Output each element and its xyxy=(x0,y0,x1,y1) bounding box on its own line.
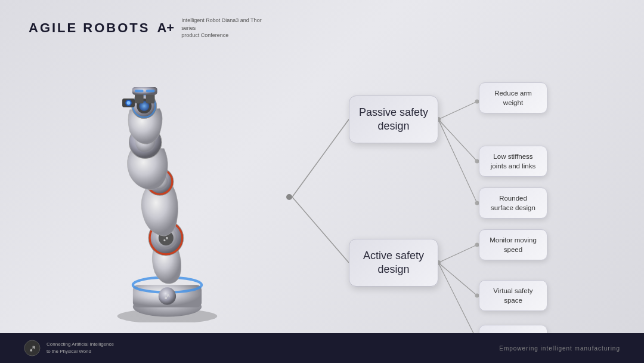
monitor-moving-label: Monitor moving speed xyxy=(490,235,537,254)
svg-line-5 xyxy=(438,101,477,119)
passive-safety-box: Passive safety design xyxy=(349,96,438,143)
svg-line-7 xyxy=(438,119,477,203)
connector-lines xyxy=(256,42,626,352)
svg-line-9 xyxy=(438,245,477,263)
reduce-arm-label: Reduce arm weight xyxy=(494,88,532,107)
header: AGILE ROBOTS A+ Intelligent Robot Diana3… xyxy=(29,17,265,39)
footer-left: ₐᴿ Connecting Artificial Intelligence to… xyxy=(24,340,114,356)
monitor-moving-box: Monitor moving speed xyxy=(479,229,547,260)
brand-subtitle: Intelligent Robot Diana3 and Thor series… xyxy=(181,17,265,39)
svg-text:ₐᴿ: ₐᴿ xyxy=(165,294,170,300)
svg-line-3 xyxy=(292,119,349,197)
virtual-safety-label: Virtual safety space xyxy=(493,286,532,305)
footer-logo-icon: ₐᴿ xyxy=(24,340,41,356)
brand-title: AGILE ROBOTS xyxy=(29,20,150,36)
footer-right-text: Empowering intelligent manufacturing xyxy=(499,345,620,352)
low-stiffness-label: Low stiffness joints and links xyxy=(491,152,535,171)
passive-safety-label: Passive safety design xyxy=(359,106,428,134)
svg-line-10 xyxy=(438,263,477,296)
reduce-arm-box: Reduce arm weight xyxy=(479,82,547,113)
svg-text:ₐᴿ: ₐᴿ xyxy=(163,236,169,242)
active-safety-box: Active safety design xyxy=(349,239,438,287)
footer-connecting-text: Connecting Artificial Intelligence to th… xyxy=(47,341,114,355)
svg-line-11 xyxy=(438,263,477,340)
svg-line-4 xyxy=(292,197,349,263)
robot-gripper-light2 xyxy=(146,90,155,92)
svg-text:ₐᴿ: ₐᴿ xyxy=(30,345,36,352)
robot-gripper-light1 xyxy=(135,90,144,92)
rounded-surface-label: Rounded surface design xyxy=(491,193,535,213)
virtual-safety-box: Virtual safety space xyxy=(479,280,547,311)
brand-aplus: A+ xyxy=(157,20,174,36)
active-safety-label: Active safety design xyxy=(363,249,424,277)
robot-svg: ₐᴿ ₐᴿ xyxy=(60,60,262,322)
footer: ₐᴿ Connecting Artificial Intelligence to… xyxy=(0,333,644,363)
robot-camera-lens xyxy=(126,101,130,104)
svg-line-6 xyxy=(438,119,477,161)
rounded-surface-box: Rounded surface design xyxy=(479,187,547,219)
svg-point-2 xyxy=(286,194,292,200)
low-stiffness-box: Low stiffness joints and links xyxy=(479,146,547,177)
diagram: Passive safety design Active safety desi… xyxy=(256,42,626,352)
